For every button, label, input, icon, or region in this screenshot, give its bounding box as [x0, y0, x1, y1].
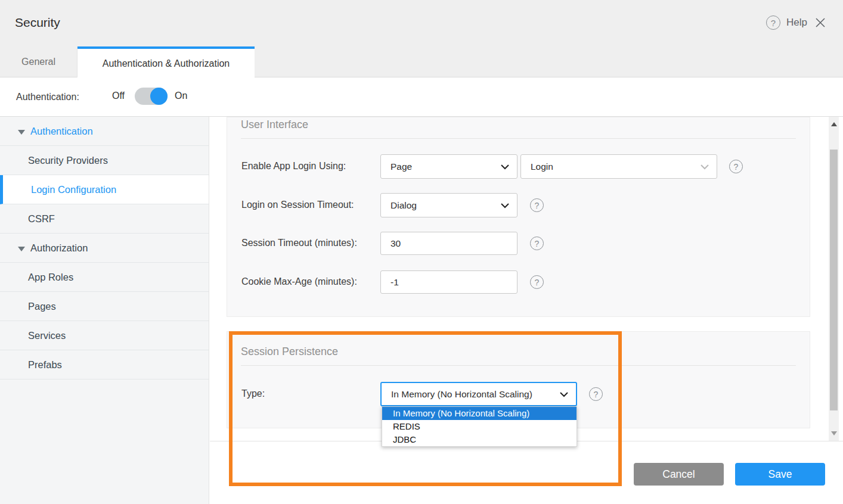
login-session-timeout-label: Login on Session Timeout:	[241, 200, 354, 210]
tab-general[interactable]: General	[0, 46, 78, 77]
option-redis[interactable]: REDIS	[382, 420, 577, 433]
save-button[interactable]: Save	[735, 463, 825, 486]
scroll-down-icon[interactable]	[829, 428, 839, 438]
toggle-knob	[150, 88, 168, 105]
footer-bar: Cancel Save	[210, 441, 843, 504]
tab-bar: General Authentication & Authorization	[0, 46, 843, 77]
enable-app-login-label: Enable App Login Using:	[241, 161, 346, 172]
cookie-max-age-input[interactable]	[390, 271, 517, 293]
login-page-select[interactable]: Login	[520, 154, 717, 179]
help-icon[interactable]: ?	[589, 387, 603, 401]
section-divider	[241, 138, 796, 139]
sidebar-item-prefabs[interactable]: Prefabs	[0, 350, 209, 379]
sidebar-item-app-roles[interactable]: App Roles	[0, 263, 209, 292]
close-icon[interactable]	[814, 17, 826, 29]
user-interface-title: User Interface	[241, 119, 308, 131]
select-value: In Memory (No Horizontal Scaling)	[391, 389, 532, 400]
authentication-toggle[interactable]	[135, 88, 168, 105]
chevron-down-icon	[560, 389, 568, 400]
select-value: Login	[531, 161, 553, 172]
sidebar-item-authorization[interactable]: Authorization	[0, 234, 209, 263]
sidebar-item-services[interactable]: Services	[0, 321, 209, 350]
sidebar-item-label: Authorization	[30, 242, 88, 253]
session-timeout-field-wrap	[380, 232, 517, 255]
chevron-down-icon	[501, 200, 509, 211]
collapse-arrow-icon	[18, 130, 25, 135]
help-icon: ?	[766, 15, 780, 30]
collapse-arrow-icon	[18, 247, 25, 251]
select-value: Page	[390, 161, 412, 172]
toggle-off-label: Off	[112, 91, 125, 101]
help-icon[interactable]: ?	[530, 275, 544, 289]
sidebar-item-label: Authentication	[30, 126, 93, 136]
section-divider	[241, 365, 796, 366]
type-select-dropdown: In Memory (No Horizontal Scaling) REDIS …	[382, 406, 577, 447]
cookie-max-age-field-wrap	[380, 270, 517, 294]
help-label: Help	[786, 17, 807, 29]
help-icon[interactable]: ?	[530, 198, 544, 212]
sidebar-item-security-providers[interactable]: Security Providers	[0, 146, 209, 175]
sidebar-item-authentication[interactable]: Authentication	[0, 117, 209, 146]
chevron-down-icon	[501, 161, 509, 172]
tab-authentication-authorization[interactable]: Authentication & Authorization	[78, 46, 255, 78]
sidebar-item-pages[interactable]: Pages	[0, 292, 209, 321]
chevron-down-icon	[701, 161, 709, 172]
enable-app-login-select[interactable]: Page	[380, 154, 517, 179]
session-persistence-title: Session Persistence	[241, 346, 338, 358]
session-persistence-type-select[interactable]: In Memory (No Horizontal Scaling)	[380, 382, 577, 406]
authentication-label: Authentication:	[16, 92, 79, 102]
type-label: Type:	[241, 388, 265, 399]
sidebar-item-csrf[interactable]: CSRF	[0, 204, 209, 234]
vertical-scrollbar[interactable]	[829, 117, 839, 441]
scroll-up-icon[interactable]	[829, 119, 839, 129]
cookie-max-age-label: Cookie Max-Age (minutes):	[241, 276, 357, 287]
help-icon[interactable]: ?	[729, 160, 743, 173]
session-timeout-input[interactable]	[390, 232, 517, 254]
help-icon[interactable]: ?	[530, 237, 544, 250]
session-timeout-label: Session Timeout (minutes):	[241, 238, 357, 248]
page-title: Security	[15, 15, 60, 30]
scrollbar-thumb[interactable]	[830, 150, 838, 410]
authentication-toggle-row: Authentication: Off On	[0, 77, 843, 116]
option-in-memory[interactable]: In Memory (No Horizontal Scaling)	[382, 407, 577, 420]
toggle-on-label: On	[175, 91, 187, 101]
sidebar-item-login-configuration[interactable]: Login Configuration	[0, 175, 209, 204]
help-button[interactable]: ? Help	[766, 15, 807, 30]
select-value: Dialog	[390, 200, 417, 211]
cancel-button[interactable]: Cancel	[634, 463, 724, 486]
sidebar: Authentication Security Providers Login …	[0, 117, 209, 504]
login-session-timeout-select[interactable]: Dialog	[380, 193, 517, 217]
security-dialog: Security ? Help General Authentication &…	[0, 0, 843, 504]
title-bar: Security ? Help	[0, 0, 843, 46]
option-jdbc[interactable]: JDBC	[382, 433, 577, 446]
